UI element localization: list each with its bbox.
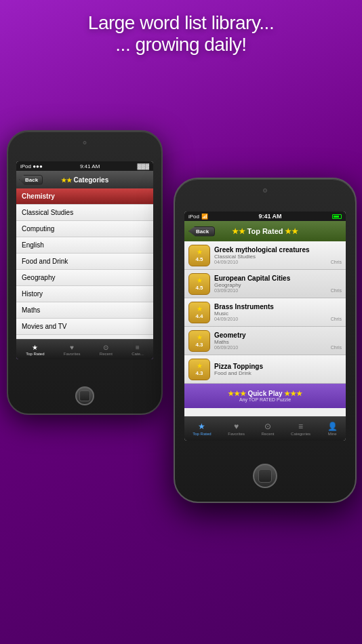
item-info-1: Greek mythological creatures Classical S… (214, 246, 342, 264)
front-nav-title: ★★ Top Rated ★★ (232, 227, 299, 236)
item-title-2: European Capital Cities (214, 275, 342, 282)
tab-front-recent[interactable]: ⊙ Recent (261, 422, 274, 436)
list-item[interactable]: History (16, 286, 153, 302)
item-category-5: Food and Drink (214, 370, 342, 376)
rated-item-5[interactable]: ★ 4.3 Pizza Toppings Food and Drink (184, 355, 346, 384)
item-meta-2: 03/09/2010 Chris (214, 288, 342, 293)
tab-front-categories[interactable]: ≡ Categories (291, 422, 310, 436)
list-item[interactable]: Classical Studies (16, 205, 153, 221)
item-category-2: Geography (214, 282, 342, 288)
rating-badge-3: ★ 4.4 (188, 302, 210, 323)
back-nav-bar: Back ★★ Categories (16, 171, 153, 188)
rated-item-1[interactable]: ★ 4.5 Greek mythological creatures Class… (184, 241, 346, 270)
front-status-bar: iPod 📶 9:41 AM (184, 212, 346, 221)
front-quick-play-sub: Any TOP RATED Puzzle (239, 397, 291, 402)
list-item[interactable]: Geography (16, 270, 153, 286)
back-status-bar: iPod ●●● 9:41 AM ▓▓▓ (16, 161, 153, 171)
front-screen: iPod 📶 9:41 AM Back ★★ Top Rated ★★ (184, 212, 346, 441)
tab-categories[interactable]: ≡ Cate... (132, 344, 144, 356)
back-home-button[interactable] (75, 386, 94, 405)
item-meta-4: 06/09/2010 Chris (214, 345, 342, 350)
header-line1: Large word list library... (14, 12, 348, 34)
front-quick-play[interactable]: ★★★ Quick Play ★★★ Any TOP RATED Puzzle (184, 384, 346, 408)
front-rated-list: ★ 4.5 Greek mythological creatures Class… (184, 241, 346, 384)
rated-item-4[interactable]: ★ 4.3 Geometry Maths 06/09/2010 Chris (184, 327, 346, 355)
list-item[interactable]: English (16, 237, 153, 254)
item-category-4: Maths (214, 339, 342, 345)
wifi-icon: 📶 (201, 214, 208, 220)
tab-front-top-rated[interactable]: ★ Top Rated (193, 422, 211, 436)
back-screen: iPod ●●● 9:41 AM ▓▓▓ Back ★★ Categories … (16, 161, 153, 359)
item-title-3: Brass Instruments (214, 303, 342, 310)
front-nav-bar: Back ★★ Top Rated ★★ (184, 221, 346, 241)
back-back-button[interactable]: Back (19, 175, 43, 185)
front-carrier: iPod (188, 214, 199, 220)
header-section: Large word list library... ... growing d… (0, 0, 362, 62)
item-category-1: Classical Studies (214, 254, 342, 260)
tab-top-rated[interactable]: ★ Top Rated (26, 344, 44, 356)
list-item[interactable]: Food and Drink (16, 254, 153, 270)
ipod-back-device: iPod ●●● 9:41 AM ▓▓▓ Back ★★ Categories … (7, 130, 163, 415)
back-camera (83, 141, 87, 144)
rating-badge-5: ★ 4.3 (188, 359, 210, 380)
front-home-button[interactable] (253, 464, 277, 488)
back-nav-title: ★★ Categories (61, 176, 108, 184)
back-time: 9:41 AM (80, 163, 100, 169)
tab-front-mine[interactable]: 👤 Mine (327, 422, 338, 436)
front-camera (263, 188, 267, 193)
header-line2: ... growing daily! (14, 34, 348, 56)
list-item[interactable]: Computing (16, 221, 153, 237)
list-item[interactable]: Chemistry (16, 188, 153, 205)
back-carrier: iPod ●●● (20, 163, 43, 169)
rated-item-2[interactable]: ★ 4.5 European Capital Cities Geography … (184, 270, 346, 298)
item-info-4: Geometry Maths 06/09/2010 Chris (214, 331, 342, 350)
front-left-status: iPod 📶 (188, 214, 208, 220)
back-tab-bar: ★ Top Rated ♥ Favorites ⊙ Recent ≡ Cate.… (16, 339, 153, 359)
rating-badge-1: ★ 4.5 (188, 245, 210, 266)
front-battery-container (332, 214, 342, 219)
list-item[interactable]: Maths (16, 302, 153, 319)
item-info-5: Pizza Toppings Food and Drink (214, 363, 342, 376)
tab-front-favorites[interactable]: ♥ Favorites (228, 422, 245, 436)
item-info-2: European Capital Cities Geography 03/09/… (214, 275, 342, 293)
back-category-list: Chemistry Classical Studies Computing En… (16, 188, 153, 335)
item-title-4: Geometry (214, 331, 342, 339)
ipod-front-device: iPod 📶 9:41 AM Back ★★ Top Rated ★★ (174, 178, 357, 503)
tab-recent[interactable]: ⊙ Recent (100, 344, 113, 356)
front-time: 9:41 AM (258, 213, 281, 220)
tab-favorites[interactable]: ♥ Favorites (64, 344, 81, 356)
item-info-3: Brass Instruments Music 04/09/2010 Chris (214, 303, 342, 321)
rating-badge-4: ★ 4.3 (188, 330, 210, 352)
phones-container: iPod ●●● 9:41 AM ▓▓▓ Back ★★ Categories … (0, 62, 362, 618)
item-title-1: Greek mythological creatures (214, 246, 342, 254)
item-category-3: Music (214, 310, 342, 317)
item-meta-3: 04/09/2010 Chris (214, 317, 342, 321)
front-back-button[interactable]: Back (188, 226, 215, 237)
back-battery: ▓▓▓ (138, 163, 150, 169)
rating-badge-2: ★ 4.5 (188, 273, 210, 295)
list-item[interactable]: Movies and TV (16, 319, 153, 335)
item-meta-1: 04/09/2010 Chris (214, 260, 342, 264)
item-title-5: Pizza Toppings (214, 363, 342, 370)
front-tab-bar: ★ Top Rated ♥ Favorites ⊙ Recent ≡ Categ… (184, 416, 346, 441)
rated-item-3[interactable]: ★ 4.4 Brass Instruments Music 04/09/2010… (184, 298, 346, 327)
